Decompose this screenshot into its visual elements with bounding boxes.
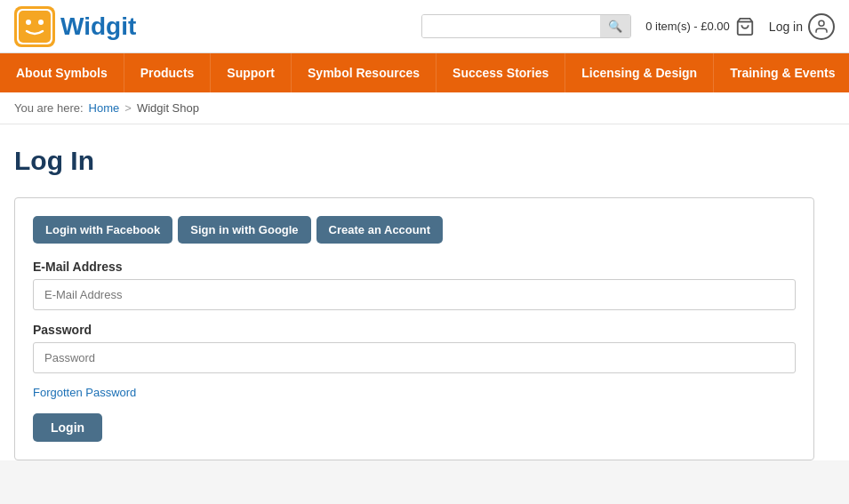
nav-item-symbol-resources[interactable]: Symbol Resources (292, 53, 437, 92)
logo-text: Widgit (60, 12, 136, 41)
nav-item-success-stories[interactable]: Success Stories (437, 53, 565, 92)
password-input[interactable] (33, 342, 796, 373)
email-input[interactable] (33, 279, 796, 310)
search-form: 🔍 (421, 14, 631, 38)
social-buttons: Login with Facebook Sign in with Google … (33, 216, 796, 244)
header: Widgit 🔍 0 item(s) - £0.00 Log in (0, 0, 849, 53)
nav-item-training-events[interactable]: Training & Events (714, 53, 849, 92)
google-signin-button[interactable]: Sign in with Google (178, 216, 310, 244)
breadcrumb-separator: > (124, 101, 132, 115)
logo-icon (14, 6, 55, 47)
cart-icon (735, 17, 755, 36)
logo[interactable]: Widgit (14, 6, 136, 47)
cart-text: 0 item(s) - £0.00 (645, 20, 730, 33)
svg-point-6 (819, 20, 824, 26)
login-area[interactable]: Log in (769, 13, 835, 40)
nav-item-support[interactable]: Support (211, 53, 292, 92)
login-text: Log in (769, 20, 803, 34)
svg-point-4 (38, 20, 44, 25)
password-label: Password (33, 323, 796, 337)
breadcrumb-current: Widgit Shop (137, 101, 199, 115)
email-label: E-Mail Address (33, 260, 796, 274)
svg-point-3 (26, 20, 31, 25)
breadcrumb-home[interactable]: Home (89, 101, 120, 115)
search-icon: 🔍 (608, 20, 622, 33)
search-input[interactable] (422, 15, 600, 37)
forgotten-password-link[interactable]: Forgotten Password (33, 386, 796, 399)
cart-area[interactable]: 0 item(s) - £0.00 (645, 17, 755, 36)
header-right: 🔍 0 item(s) - £0.00 Log in (421, 13, 835, 40)
nav-bar: About Symbols Products Support Symbol Re… (0, 53, 849, 92)
you-are-here-label: You are here: (14, 101, 84, 115)
user-icon (808, 13, 835, 40)
svg-rect-2 (19, 11, 51, 43)
nav-item-about-symbols[interactable]: About Symbols (0, 53, 124, 92)
login-box: Login with Facebook Sign in with Google … (14, 197, 814, 460)
create-account-button[interactable]: Create an Account (316, 216, 443, 244)
nav-item-products[interactable]: Products (124, 53, 212, 92)
search-button[interactable]: 🔍 (600, 15, 630, 37)
facebook-login-button[interactable]: Login with Facebook (33, 216, 172, 244)
main-content: Log In Login with Facebook Sign in with … (0, 124, 849, 460)
nav-item-licensing-design[interactable]: Licensing & Design (565, 53, 714, 92)
page-title: Log In (14, 146, 835, 176)
login-button[interactable]: Login (33, 413, 102, 442)
breadcrumb: You are here: Home > Widgit Shop (0, 92, 849, 124)
